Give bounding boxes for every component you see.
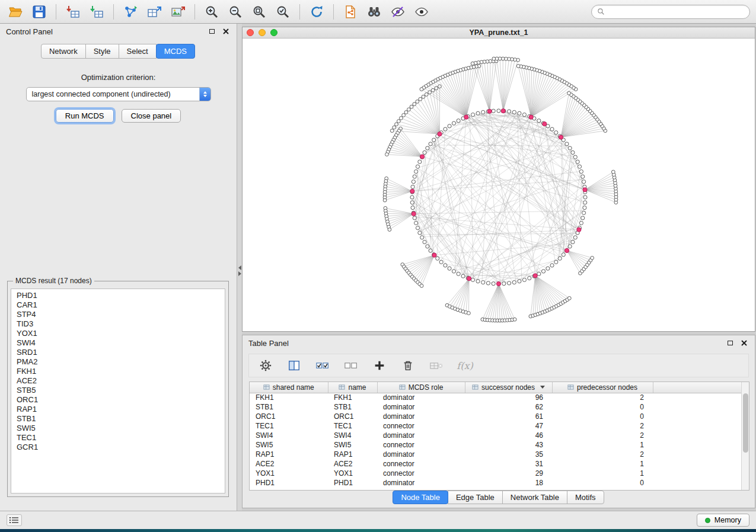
close-panel-icon[interactable] [221, 27, 231, 36]
table-cell[interactable] [653, 412, 744, 421]
memory-button[interactable]: Memory [697, 514, 749, 527]
table-row[interactable]: RAP1RAP1dominator352 [250, 450, 744, 459]
table-cell[interactable]: 46 [465, 431, 552, 440]
table-cell[interactable]: 0 [552, 478, 653, 488]
table-cell[interactable]: 61 [465, 412, 552, 421]
show-columns-icon[interactable] [286, 358, 302, 373]
splitter-collapse-icon[interactable] [237, 264, 242, 277]
table-cell[interactable]: YOX1 [328, 469, 377, 478]
tab-mcds[interactable]: MCDS [156, 44, 195, 59]
table-cell[interactable]: FKH1 [250, 393, 328, 402]
zoom-out-icon[interactable] [226, 4, 245, 20]
table-cell[interactable]: STB1 [328, 402, 377, 412]
table-cell[interactable]: RAP1 [328, 450, 377, 459]
show-all-icon[interactable] [412, 4, 431, 20]
table-cell[interactable]: 18 [465, 478, 552, 488]
table-cell[interactable]: 62 [465, 402, 552, 412]
table-cell[interactable] [653, 459, 744, 469]
table-row[interactable]: ORC1ORC1dominator610 [250, 412, 744, 421]
mcds-result-item[interactable]: TEC1 [17, 433, 219, 443]
tab-node-table[interactable]: Node Table [393, 491, 448, 504]
tab-network[interactable]: Network [41, 44, 86, 59]
panel-splitter[interactable] [237, 24, 242, 511]
table-cell[interactable]: 43 [465, 440, 552, 450]
table-cell[interactable]: 96 [465, 393, 552, 402]
mcds-result-item[interactable]: FKH1 [17, 367, 219, 376]
table-cell[interactable] [653, 478, 744, 488]
save-session-icon[interactable] [30, 4, 49, 20]
table-cell[interactable]: 1 [552, 440, 653, 450]
table-cell[interactable]: TEC1 [250, 421, 328, 431]
table-cell[interactable]: 2 [552, 421, 653, 431]
mcds-result-item[interactable]: STP4 [17, 310, 219, 319]
mcds-result-item[interactable]: SWI4 [17, 338, 219, 348]
float-panel-icon[interactable] [207, 27, 216, 36]
window-minimize-icon[interactable] [259, 29, 266, 36]
mcds-result-item[interactable]: TID3 [17, 319, 219, 329]
mcds-result-item[interactable]: GCR1 [17, 443, 219, 452]
tab-motifs[interactable]: Motifs [567, 491, 604, 504]
table-cell[interactable]: 0 [552, 412, 653, 421]
tab-network-table[interactable]: Network Table [502, 491, 567, 504]
table-cell[interactable]: 2 [552, 450, 653, 459]
export-network-icon[interactable] [341, 4, 360, 20]
table-row[interactable]: ACE2ACE2connector311 [250, 459, 744, 469]
table-cell[interactable]: dominator [377, 478, 465, 488]
table-row[interactable]: SWI4SWI4dominator462 [250, 431, 744, 440]
table-cell[interactable]: 2 [552, 431, 653, 440]
table-cell[interactable]: ACE2 [250, 459, 328, 469]
table-cell[interactable]: 0 [552, 402, 653, 412]
zoom-selected-icon[interactable] [273, 4, 292, 20]
table-cell[interactable] [653, 402, 744, 412]
column-header-name[interactable]: name [328, 382, 377, 393]
refresh-view-icon[interactable] [307, 4, 326, 20]
table-cell[interactable]: SWI4 [328, 431, 377, 440]
table-cell[interactable]: ORC1 [328, 412, 377, 421]
table-cell[interactable]: 35 [465, 450, 552, 459]
table-cell[interactable]: STB1 [250, 402, 328, 412]
mcds-result-item[interactable]: PMA2 [17, 357, 219, 367]
close-panel-button[interactable]: Close panel [122, 109, 181, 123]
mcds-result-item[interactable]: CAR1 [17, 300, 219, 310]
mcds-result-item[interactable]: STB5 [17, 386, 219, 395]
table-cell[interactable]: SWI4 [250, 431, 328, 440]
window-close-icon[interactable] [247, 29, 254, 36]
task-history-icon[interactable] [7, 514, 22, 526]
table-cell[interactable]: 1 [552, 469, 653, 478]
import-network-icon[interactable] [121, 4, 140, 20]
tab-style[interactable]: Style [85, 44, 119, 59]
table-cell[interactable] [653, 421, 744, 431]
deselect-all-icon[interactable] [343, 358, 359, 373]
table-cell[interactable]: YOX1 [250, 469, 328, 478]
open-session-icon[interactable] [6, 4, 25, 20]
table-cell[interactable]: SWI5 [328, 440, 377, 450]
column-header-predecessor-nodes[interactable]: predecessor nodes [552, 382, 653, 393]
table-cell[interactable] [653, 431, 744, 440]
search-network-icon[interactable] [365, 4, 384, 20]
export-image-icon[interactable] [168, 4, 187, 20]
table-cell[interactable]: 31 [465, 459, 552, 469]
mcds-result-item[interactable]: RAP1 [17, 405, 219, 414]
table-row[interactable]: FKH1FKH1dominator962 [250, 393, 744, 402]
mcds-result-item[interactable]: SRD1 [17, 348, 219, 357]
dropdown-stepper-icon[interactable] [199, 88, 210, 101]
table-cell[interactable]: dominator [377, 450, 465, 459]
table-cell[interactable]: RAP1 [250, 450, 328, 459]
table-cell[interactable]: TEC1 [328, 421, 377, 431]
select-all-icon[interactable] [314, 358, 331, 373]
zoom-fit-icon[interactable] [250, 4, 269, 20]
table-cell[interactable]: connector [377, 440, 465, 450]
float-table-panel-icon[interactable] [725, 339, 735, 347]
window-maximize-icon[interactable] [270, 29, 277, 36]
table-cell[interactable]: ORC1 [250, 412, 328, 421]
zoom-in-icon[interactable] [202, 4, 221, 20]
column-header-successor-nodes[interactable]: successor nodes [465, 382, 552, 393]
table-cell[interactable]: dominator [377, 402, 465, 412]
table-row[interactable]: PHD1PHD1dominator180 [250, 478, 744, 488]
table-cell[interactable]: PHD1 [328, 478, 377, 488]
mcds-result-item[interactable]: ORC1 [17, 395, 219, 405]
settings-gear-icon[interactable] [257, 358, 274, 373]
export-table-icon[interactable] [87, 4, 106, 20]
run-mcds-button[interactable]: Run MCDS [56, 109, 114, 123]
table-row[interactable]: TEC1TEC1connector472 [250, 421, 744, 431]
